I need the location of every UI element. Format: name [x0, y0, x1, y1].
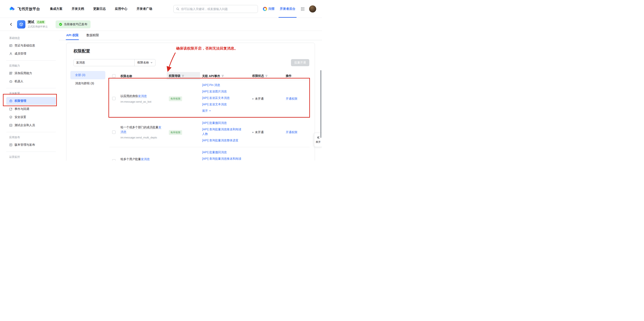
row-checkbox[interactable] [112, 130, 116, 134]
nav-item-app-center[interactable]: 应用中心 [115, 7, 128, 11]
robot-icon [9, 80, 12, 83]
sidebar-section-capabilities: 应用能力 [9, 64, 56, 68]
permission-tabs: API 权限 数据权限 [59, 31, 322, 40]
main-content: API 权限 数据权限 权限配置 确保该权限开启，否则无法回复消息。 权限名称 [59, 31, 322, 160]
tab-api-permissions[interactable]: API 权限 [66, 33, 78, 40]
check-circle-icon [59, 23, 62, 26]
api-link[interactable]: [API] 批量撤回消息 [202, 150, 243, 154]
brand[interactable]: 飞书开放平台 [9, 6, 40, 12]
tab-data-permissions[interactable]: 数据权限 [86, 33, 99, 40]
sidebar-item-label: 事件与回调 [14, 107, 29, 111]
primary-nav: 集成方案 开发文档 更新日志 应用中心 开发者广场 [50, 7, 152, 11]
sidebar-item-label: 版本管理与发布 [14, 143, 35, 147]
permission-name-text: 以应用的身份 [120, 94, 138, 98]
column-header-action: 操作 [286, 74, 292, 78]
sidebar-item-add-capability[interactable]: 添加应用能力 [6, 69, 56, 77]
app-type-label: 正式应用@环界云 [28, 25, 48, 28]
sidebar-item-security[interactable]: 安全设置 [6, 113, 56, 121]
sidebar-item-credentials[interactable]: 凭证与基础信息 [6, 42, 56, 50]
vertical-scrollbar-thumb[interactable] [320, 70, 322, 138]
permission-search-input[interactable] [74, 59, 134, 66]
row-checkbox[interactable] [112, 159, 116, 160]
status-dot [252, 132, 254, 133]
annotation-arrow-icon [162, 52, 181, 74]
api-link[interactable]: [API] 发送富文本消息 [202, 96, 243, 100]
security-icon [9, 116, 12, 119]
back-button[interactable] [9, 22, 13, 26]
nav-item-integration[interactable]: 集成方案 [50, 7, 62, 11]
permission-name-text: 给多个用户批量 [120, 158, 141, 160]
permission-config-card: 权限配置 确保该权限开启，否则无法回复消息。 权限名称 [66, 43, 315, 160]
global-search-input[interactable] [181, 7, 255, 10]
sidebar-divider [6, 152, 56, 152]
filter-funnel-icon[interactable] [182, 75, 184, 77]
page-title: 权限配置 [74, 48, 90, 54]
api-link[interactable]: [API] 查询批量消息整体进度 [202, 138, 243, 142]
chevron-down-icon [209, 110, 211, 112]
column-header-apis: 关联 API/事件 [202, 74, 220, 78]
permission-name-highlight: 发消息 [141, 158, 150, 160]
qa-link[interactable]: 问答 [263, 7, 275, 11]
test-org-icon [9, 124, 12, 127]
select-all-checkbox[interactable] [112, 74, 116, 78]
status-text: 未开通 [255, 130, 264, 134]
sidebar-section-release: 应用发布 [9, 136, 56, 139]
filter-funnel-icon[interactable] [222, 75, 224, 77]
category-all[interactable]: 全部 (3) [70, 71, 105, 79]
search-field-dropdown-label: 权限名称 [138, 61, 149, 64]
global-search[interactable] [174, 5, 258, 13]
sidebar-divider [6, 132, 56, 132]
nav-item-changelog[interactable]: 更新日志 [93, 7, 106, 11]
sidebar-item-members[interactable]: 成员管理 [6, 50, 56, 58]
permission-scope: im:message:send_multi_depts [120, 135, 164, 140]
api-link[interactable]: [API] 批量撤回消息 [202, 120, 243, 125]
level-badge: 免审权限 [169, 96, 182, 101]
app-cube-icon [17, 20, 26, 28]
filter-funnel-icon[interactable] [265, 75, 268, 77]
sidebar-item-bot[interactable]: 机器人 [6, 78, 56, 85]
search-field-dropdown[interactable]: 权限名称 [134, 59, 155, 66]
sidebar-item-label: 安全设置 [14, 115, 26, 119]
sidebar-item-label: 成员管理 [14, 52, 26, 56]
sidebar-item-label: 凭证与基础信息 [14, 44, 35, 48]
nav-item-docs[interactable]: 开发文档 [72, 7, 84, 11]
open-permission-link[interactable]: 开通权限 [286, 130, 298, 134]
annotation-text: 确保该权限开启，否则无法回复消息。 [176, 46, 238, 51]
column-header-status: 权限状态 [252, 74, 264, 78]
chevron-down-icon [150, 62, 152, 64]
sidebar-section-basic-info: 基础信息 [9, 36, 56, 40]
user-avatar[interactable] [309, 6, 316, 12]
permissions-icon [9, 99, 12, 103]
batch-open-button[interactable]: 批量开通 [291, 59, 309, 66]
sidebar-item-permissions[interactable]: 权限管理 [6, 97, 56, 105]
permission-table: 权限名称 权限等级 关联 API/事件 [110, 72, 310, 160]
page: 飞书开放平台 集成方案 开发文档 更新日志 应用中心 开发者广场 问答 开发者后… [0, 0, 322, 160]
permission-name: 以应用的身份发消息 [120, 94, 147, 98]
sidebar-item-events[interactable]: 事件与回调 [6, 105, 56, 113]
publish-status-text: 当前修改均已发布 [64, 22, 87, 26]
back-chevron-icon [9, 22, 13, 26]
brand-name: 飞书开放平台 [18, 6, 40, 12]
top-navigation: 飞书开放平台 集成方案 开发文档 更新日志 应用中心 开发者广场 问答 开发者后… [0, 0, 322, 18]
open-permission-link[interactable]: 开通权限 [286, 97, 298, 100]
feishu-logo-icon [9, 6, 16, 12]
nav-item-developer-square[interactable]: 开发者广场 [136, 7, 152, 11]
table-row: 给一个或多个部门的成员批量发消息 im:message:send_multi_d… [110, 118, 310, 147]
category-message-group[interactable]: 消息与群组 (3) [70, 79, 105, 88]
api-link[interactable]: [API] 查询批量消息推送和阅读 [202, 156, 243, 160]
permission-name: 给多个用户批量发消息 [120, 158, 150, 160]
apps-grid-icon[interactable] [301, 7, 304, 11]
api-link[interactable]: [API] 查询批量消息推送和阅读人数 [202, 127, 243, 136]
api-link[interactable]: [API] 发送图片消息 [202, 89, 243, 94]
api-link[interactable]: [API] 发送文本消息 [202, 102, 243, 106]
row-checkbox[interactable] [112, 97, 116, 100]
sidebar-item-label: 权限管理 [14, 99, 26, 103]
expand-apis-link[interactable]: 展开 [202, 108, 243, 113]
sidebar-item-label: 测试企业和人员 [14, 124, 35, 127]
permission-search-group: 权限名称 [74, 59, 156, 66]
api-link[interactable]: [API] Pin 消息 [202, 83, 243, 87]
developer-console-link[interactable]: 开发者后台 [280, 0, 295, 18]
sidebar-item-version-release[interactable]: 版本管理与发布 [6, 141, 56, 149]
app-header-bar: 测试 已启用 正式应用@环界云 当前修改均已发布 [0, 18, 322, 31]
sidebar-item-test-org[interactable]: 测试企业和人员 [6, 121, 56, 129]
